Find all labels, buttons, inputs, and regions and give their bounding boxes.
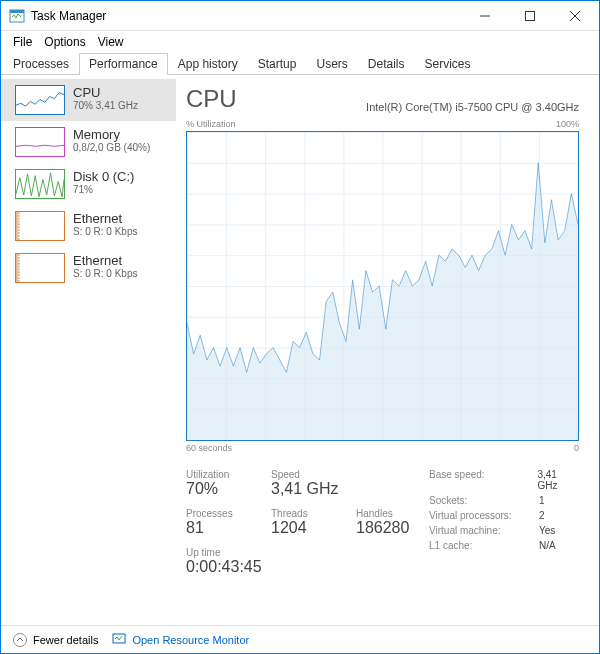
sockets-key: Sockets: [429, 495, 539, 506]
base-speed-value: 3,41 GHz [537, 469, 579, 491]
cpu-thumbnail [15, 85, 65, 115]
virtual-processors-value: 2 [539, 510, 545, 521]
tab-startup[interactable]: Startup [248, 53, 307, 75]
sidebar-eth1-title: Ethernet [73, 211, 166, 226]
x-axis-right: 0 [574, 443, 579, 453]
sidebar-disk-title: Disk 0 (C:) [73, 169, 166, 184]
titlebar: Task Manager [1, 1, 599, 31]
chart-bottom-labels: 60 seconds 0 [186, 443, 579, 453]
sidebar-item-memory[interactable]: Memory 0,8/2,0 GB (40%) [1, 121, 176, 163]
open-resource-monitor-label: Open Resource Monitor [132, 634, 249, 646]
sidebar-item-disk[interactable]: Disk 0 (C:) 71% [1, 163, 176, 205]
open-resource-monitor-link[interactable]: Open Resource Monitor [112, 632, 249, 648]
utilization-value: 70% [186, 480, 251, 498]
ethernet-thumbnail [15, 253, 65, 283]
tab-app-history[interactable]: App history [168, 53, 248, 75]
chart-top-labels: % Utilization 100% [186, 119, 579, 129]
menu-options[interactable]: Options [38, 33, 91, 51]
sidebar-cpu-title: CPU [73, 85, 166, 100]
cpu-chart[interactable] [186, 131, 579, 441]
sidebar-memory-info: Memory 0,8/2,0 GB (40%) [73, 127, 166, 153]
stats-right: Base speed:3,41 GHz Sockets:1 Virtual pr… [429, 469, 579, 576]
y-axis-max: 100% [556, 119, 579, 129]
svg-rect-3 [525, 11, 534, 20]
disk-thumbnail [15, 169, 65, 199]
threads-label: Threads [271, 508, 336, 519]
ethernet-thumbnail [15, 211, 65, 241]
x-axis-left: 60 seconds [186, 443, 232, 453]
threads-value: 1204 [271, 519, 336, 537]
sidebar-item-ethernet-2[interactable]: Ethernet S: 0 R: 0 Kbps [1, 247, 176, 289]
virtual-processors-key: Virtual processors: [429, 510, 539, 521]
processor-name: Intel(R) Core(TM) i5-7500 CPU @ 3.40GHz [366, 101, 579, 113]
main-title: CPU [186, 85, 237, 113]
tab-performance[interactable]: Performance [79, 53, 168, 75]
tab-services[interactable]: Services [415, 53, 481, 75]
l1-cache-value: N/A [539, 540, 556, 551]
app-icon [9, 8, 25, 24]
sidebar-memory-sub: 0,8/2,0 GB (40%) [73, 142, 166, 153]
sidebar-cpu-sub: 70% 3,41 GHz [73, 100, 166, 111]
uptime-label: Up time [186, 547, 421, 558]
handles-value: 186280 [356, 519, 421, 537]
l1-cache-key: L1 cache: [429, 540, 539, 551]
processes-value: 81 [186, 519, 251, 537]
sidebar-item-cpu[interactable]: CPU 70% 3,41 GHz [1, 79, 176, 121]
speed-label: Speed [271, 469, 339, 480]
main-panel: CPU Intel(R) Core(TM) i5-7500 CPU @ 3.40… [176, 75, 599, 625]
menubar: File Options View [1, 31, 599, 53]
uptime-value: 0:00:43:45 [186, 558, 421, 576]
close-button[interactable] [552, 1, 597, 31]
virtual-machine-key: Virtual machine: [429, 525, 539, 536]
sidebar-disk-info: Disk 0 (C:) 71% [73, 169, 166, 195]
speed-value: 3,41 GHz [271, 480, 339, 498]
tab-users[interactable]: Users [306, 53, 357, 75]
main-header: CPU Intel(R) Core(TM) i5-7500 CPU @ 3.40… [186, 85, 579, 113]
sidebar-memory-title: Memory [73, 127, 166, 142]
sidebar-item-ethernet-1[interactable]: Ethernet S: 0 R: 0 Kbps [1, 205, 176, 247]
sidebar-eth2-title: Ethernet [73, 253, 166, 268]
window-title: Task Manager [31, 9, 462, 23]
sidebar-disk-sub: 71% [73, 184, 166, 195]
processes-label: Processes [186, 508, 251, 519]
virtual-machine-value: Yes [539, 525, 555, 536]
window-controls [462, 1, 597, 31]
utilization-label: Utilization [186, 469, 251, 480]
tab-details[interactable]: Details [358, 53, 415, 75]
y-axis-label: % Utilization [186, 119, 236, 129]
base-speed-key: Base speed: [429, 469, 537, 491]
sidebar-eth2-sub: S: 0 R: 0 Kbps [73, 268, 166, 279]
minimize-button[interactable] [462, 1, 507, 31]
tabs: Processes Performance App history Startu… [1, 53, 599, 75]
menu-view[interactable]: View [92, 33, 130, 51]
maximize-button[interactable] [507, 1, 552, 31]
sidebar-eth1-info: Ethernet S: 0 R: 0 Kbps [73, 211, 166, 237]
svg-rect-1 [10, 10, 24, 13]
chart-line [187, 132, 578, 440]
stats: Utilization 70% Speed 3,41 GHz Processes… [186, 469, 579, 576]
tab-processes[interactable]: Processes [3, 53, 79, 75]
fewer-details-label: Fewer details [33, 634, 98, 646]
sockets-value: 1 [539, 495, 545, 506]
memory-thumbnail [15, 127, 65, 157]
chevron-up-icon [13, 633, 27, 647]
menu-file[interactable]: File [7, 33, 38, 51]
handles-label: Handles [356, 508, 421, 519]
stats-left: Utilization 70% Speed 3,41 GHz Processes… [186, 469, 421, 576]
sidebar-cpu-info: CPU 70% 3,41 GHz [73, 85, 166, 111]
fewer-details-button[interactable]: Fewer details [13, 633, 98, 647]
sidebar: CPU 70% 3,41 GHz Memory 0,8/2,0 GB (40%)… [1, 75, 176, 625]
sidebar-eth1-sub: S: 0 R: 0 Kbps [73, 226, 166, 237]
footer: Fewer details Open Resource Monitor [1, 625, 599, 654]
content: CPU 70% 3,41 GHz Memory 0,8/2,0 GB (40%)… [1, 75, 599, 625]
sidebar-eth2-info: Ethernet S: 0 R: 0 Kbps [73, 253, 166, 279]
monitor-icon [112, 632, 126, 648]
